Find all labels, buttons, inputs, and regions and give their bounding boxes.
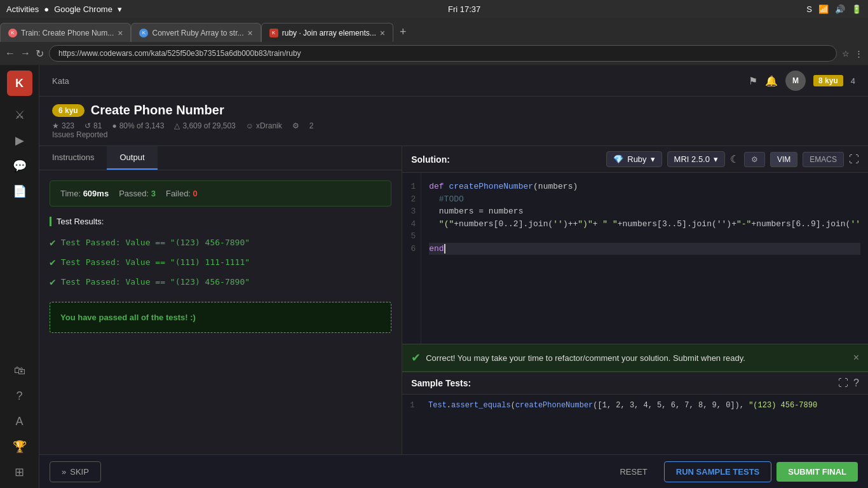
version-selector[interactable]: MRI 2.5.0 ▾ [667, 151, 725, 167]
code-content[interactable]: def createPhoneNumber(numbers) #TODO num… [421, 173, 868, 344]
passed-all-box: You have passed all of the tests! :) [50, 302, 391, 333]
sample-help-button[interactable]: ? [853, 377, 859, 389]
reload-button[interactable]: ↻ [36, 48, 44, 60]
user-avatar[interactable]: M [785, 71, 806, 91]
skip-button[interactable]: » SKIP [50, 461, 101, 482]
panel-tabs: Instructions Output [39, 146, 402, 170]
user-points: 4 [851, 76, 855, 86]
dropdown-arrow-icon: ▾ [118, 4, 122, 14]
forward-button[interactable]: → [20, 48, 31, 59]
sidebar-item-trophy[interactable]: 🏆 [8, 435, 31, 458]
bottom-bar: » SKIP RESET RUN SAMPLE TESTS SUBMIT FIN… [39, 454, 868, 488]
code-line-1: def createPhoneNumber(numbers) [429, 180, 860, 193]
tab-1[interactable]: K Train: Create Phone Num... × [0, 23, 131, 42]
kata-issues-icon: ⚙ [292, 121, 299, 130]
emacs-button[interactable]: EMACS [803, 152, 844, 167]
check-icon-3: ✔ [50, 276, 56, 288]
success-message: Correct! You may take your time to refac… [426, 353, 745, 363]
sample-code: 1 Test.assert_equals(createPhoneNumber([… [402, 395, 868, 416]
kata-issues-count: 2 [309, 121, 314, 130]
tab2-close-icon[interactable]: × [248, 28, 253, 38]
sample-line-1: 1 Test.assert_equals(createPhoneNumber([… [410, 401, 860, 410]
kata-header: Kata ⚑ 🔔 M 8 kyu 4 [39, 65, 868, 97]
kata-meta: ★ 323 ↺ 81 ● 80% of 3,143 △ 3,609 of 29,… [52, 121, 855, 130]
sample-expand-button[interactable]: ⛶ [838, 377, 848, 389]
test-case-3-text: Test Passed: Value == "(123) 456-7890" [61, 277, 250, 287]
page-container: Kata ⚑ 🔔 M 8 kyu 4 6 kyu Create Phone Nu… [39, 65, 868, 488]
run-sample-button[interactable]: RUN SAMPLE TESTS [664, 461, 771, 482]
browser-label[interactable]: Google Chrome [54, 4, 112, 14]
kata-info: 6 kyu Create Phone Number ★ 323 ↺ 81 ● 8… [39, 97, 868, 146]
solution-title: Solution: [411, 154, 450, 165]
code-line-5 [429, 230, 860, 243]
sidebar-item-practice[interactable]: ▶ [8, 129, 31, 152]
dark-mode-button[interactable]: ☾ [730, 153, 739, 165]
tab-bar: K Train: Create Phone Num... × K Convert… [0, 18, 868, 42]
test-results-label: Test Results: [57, 217, 104, 226]
sidebar-item-grid[interactable]: ⊞ [8, 461, 31, 484]
code-lines: 1 2 3 4 5 6 def createPhoneNumber(number… [402, 173, 868, 344]
menu-icon[interactable]: ⋮ [855, 49, 863, 58]
right-panel: Solution: 💎 Ruby ▾ MRI 2.5.0 ▾ ☾ ⚙ [402, 146, 868, 454]
left-panel: Instructions Output Time: 609ms Passed: … [39, 146, 402, 454]
tab-3[interactable]: K ruby · Join array elements... × [261, 23, 393, 42]
new-tab-button[interactable]: + [393, 25, 413, 39]
tab3-favicon: K [269, 29, 278, 37]
code-editor[interactable]: 1 2 3 4 5 6 def createPhoneNumber(number… [402, 173, 868, 344]
header-icons: ⚑ 🔔 M 8 kyu 4 [749, 71, 855, 91]
sidebar-item-kata[interactable]: ⚔ [8, 104, 31, 126]
kata-stars: ★ 323 [52, 121, 74, 130]
reset-button[interactable]: RESET [608, 462, 658, 482]
tab-output[interactable]: Output [107, 146, 157, 170]
settings-button[interactable]: ⚙ [744, 152, 765, 167]
os-bar-left: Activities ● Google Chrome ▾ [6, 4, 122, 14]
language-selector[interactable]: 💎 Ruby ▾ [606, 151, 661, 167]
kata-author: ☺ xDranik [246, 121, 282, 130]
bell-icon[interactable]: 🔔 [765, 75, 778, 87]
tab3-close-icon[interactable]: × [380, 28, 385, 38]
sidebar-item-help[interactable]: ? [8, 384, 31, 407]
back-button[interactable]: ← [5, 48, 15, 59]
sidebar-item-notifications[interactable]: A [8, 410, 31, 433]
fullscreen-button[interactable]: ⛶ [849, 154, 859, 165]
code-line-3: numbers = numbers [429, 205, 860, 218]
test-case-1-text: Test Passed: Value == "(123) 456-7890" [61, 238, 250, 247]
sidebar-item-docs[interactable]: 📄 [8, 180, 31, 203]
url-input[interactable] [49, 45, 837, 62]
time-label: Time: 609ms [60, 189, 109, 198]
chrome-icon: ● [44, 4, 49, 14]
code-line-2: #TODO [429, 193, 860, 206]
browser-chrome: K Train: Create Phone Num... × K Convert… [0, 18, 868, 65]
vim-button[interactable]: VIM [770, 152, 797, 167]
submit-final-button[interactable]: SUBMIT FINAL [776, 462, 858, 482]
activities-label[interactable]: Activities [6, 4, 39, 14]
sidebar-item-store[interactable]: 🛍 [8, 359, 31, 382]
tab-instructions[interactable]: Instructions [39, 146, 107, 170]
kata-nav-link[interactable]: Kata [52, 76, 69, 86]
bookmark-icon[interactable]: ☆ [842, 49, 850, 58]
banner-close-icon[interactable]: × [853, 352, 859, 363]
sidebar-logo: K [7, 71, 32, 96]
os-bar-clock: Fri 17:37 [448, 4, 480, 14]
test-summary: Time: 609ms Passed: 3 Failed: 0 [50, 180, 391, 207]
output-content: Time: 609ms Passed: 3 Failed: 0 Test Res… [39, 170, 402, 454]
test-case-1: ✔ Test Passed: Value == "(123) 456-7890" [50, 233, 391, 252]
test-results-section: Test Results: ✔ Test Passed: Value == "(… [50, 217, 391, 292]
tab1-close-icon[interactable]: × [118, 28, 123, 38]
code-line-4: "("+numbers[0..2].join('')++")"+ " "+num… [429, 218, 860, 231]
tab1-favicon: K [8, 29, 17, 37]
address-bar-icons: ☆ ⋮ [842, 49, 863, 58]
sample-tests-header: Sample Tests: ⛶ ? [402, 372, 868, 395]
os-bar-right: S 📶 🔊 🔋 [806, 4, 862, 14]
tab-2[interactable]: K Convert Ruby Array to str... × [131, 23, 261, 42]
success-text: ✔ Correct! You may take your time to ref… [411, 351, 745, 365]
bookmark-header-icon[interactable]: ⚑ [749, 75, 757, 87]
sample-tests-title: Sample Tests: [411, 378, 471, 388]
sidebar-item-community[interactable]: 💬 [8, 154, 31, 177]
main-layout: K ⚔ ▶ 💬 📄 🛍 ? A 🏆 ⊞ Kata ⚑ 🔔 M 8 kyu 4 6… [0, 65, 868, 488]
success-banner: ✔ Correct! You may take your time to ref… [402, 344, 868, 372]
kata-forks: ↺ 81 [85, 121, 102, 130]
split-panel: Instructions Output Time: 609ms Passed: … [39, 146, 868, 454]
solution-controls: 💎 Ruby ▾ MRI 2.5.0 ▾ ☾ ⚙ VIM EMACS ⛶ [606, 151, 859, 167]
check-icon-1: ✔ [50, 236, 56, 248]
